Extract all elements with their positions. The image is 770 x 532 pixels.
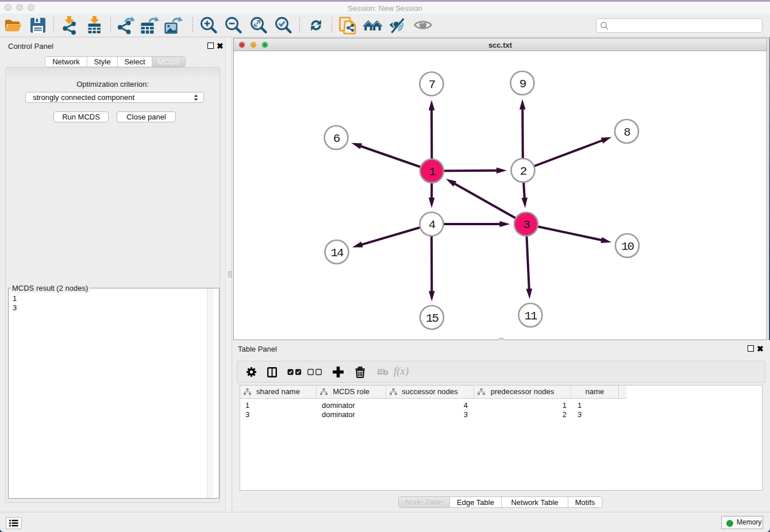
svg-text:8: 8 (623, 126, 630, 139)
svg-text:7: 7 (429, 78, 435, 91)
svg-text:11: 11 (524, 310, 537, 323)
svg-text:6: 6 (333, 132, 340, 145)
svg-text:15: 15 (426, 312, 439, 325)
svg-text:f(x): f(x) (394, 366, 409, 377)
svg-text:14: 14 (330, 246, 344, 260)
svg-text:2: 2 (520, 165, 527, 178)
svg-text:9: 9 (519, 78, 526, 91)
svg-text:10: 10 (621, 240, 634, 253)
svg-text:3: 3 (523, 218, 530, 232)
svg-text:4: 4 (429, 218, 436, 232)
svg-text:1: 1 (429, 165, 436, 179)
